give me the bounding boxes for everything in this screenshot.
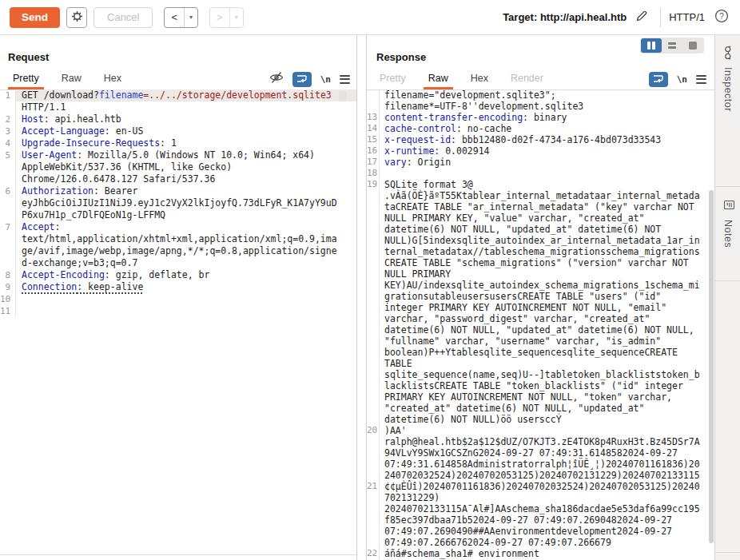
line-number: 8 [0,269,15,281]
line-number [367,459,379,470]
sidebar-tab-inspector[interactable]: Inspector [715,35,740,187]
sidebar-tab-notes[interactable]: Notes [715,187,740,281]
code-row: datetime(6) NOT NULL, "updated_at" datet… [367,324,714,336]
code-row: 18 [367,168,714,179]
tab-raw[interactable]: Raw [57,69,86,89]
code-row: datetime(6) NOT NULL, "updated_at" datet… [367,224,714,235]
line-number [367,302,379,313]
line-number: 20 [367,425,379,436]
code-row: 16x-runtime: 0.002914 [367,145,714,157]
line-number: 5 [0,149,15,161]
request-bottom-divider [0,554,356,555]
toolbar: Send Cancel < ▾ > ▾ Target: http://api.h… [0,0,740,35]
code-row: d-exchange;v=b3;q=0.7 [0,257,356,269]
code-row: f85ec397dbaa71b52024-09-27 07:49:07.2690… [367,514,714,526]
line-number [367,526,379,537]
line-number [367,224,379,235]
document-icon [720,200,735,210]
code-row: lacklistsCREATE TABLE "token_blacklists"… [367,380,714,391]
line-number [0,173,15,185]
request-menu-icon[interactable] [340,75,350,84]
cancel-button[interactable]: Cancel [93,7,153,28]
code-row: 94VLvY9SWx1GCSZnG2024-09-27 07:49:31.614… [367,447,714,459]
code-row: NULL)G[5indexsqlite_autoindex_ar_interna… [367,235,714,246]
code-row: 9Connection: keep-alive [0,281,356,293]
back-button[interactable]: < [165,8,184,27]
forward-button[interactable]: > [210,8,229,27]
line-number [367,268,379,280]
code-row: ralph@heal.htb$2a$12$dUZ/O7KJT3.zE4TOK8p… [367,436,714,447]
forward-dropdown[interactable]: ▾ [229,8,243,27]
send-settings-button[interactable] [66,7,87,28]
right-sidebar: Inspector Notes [714,35,740,560]
code-row: 22áñá#schema_sha1# environment [367,548,714,559]
tab-pretty: Pretty [375,69,411,89]
code-row: taCREATE TABLE "ar_internal_metadata" ("… [367,201,714,212]
request-scrollbar-thumb[interactable] [339,91,347,101]
code-row: PRIMARY KEY AUTOINCREMENT NOT NULL, "tok… [367,391,714,403]
code-row: 15x-request-id: bbb12480-d02f-4734-a176-… [367,134,714,145]
line-number [367,403,379,414]
request-tab-icons: \n [269,69,350,89]
code-row: sqlite_sequence(name,seq)U--]tabletoken_… [367,369,714,380]
single-view-icon[interactable] [682,38,703,53]
code-row: NULL PRIMARY [367,268,714,280]
tab-raw[interactable]: Raw [424,69,453,89]
code-row: 07:49:07.2690490##AAenvironmentdevelopme… [367,526,714,537]
line-number [367,514,379,526]
show-newlines-toggle[interactable]: \n [320,74,331,85]
request-title: Request [8,51,49,63]
code-row: 13content-transfer-encoding: binary [367,112,714,123]
line-number: 9 [0,281,15,293]
line-number [367,436,379,447]
code-row: 4Upgrade-Insecure-Requests: 1 [0,137,356,149]
response-scrollbar-thumb[interactable] [709,190,714,543]
rows-view-icon[interactable] [662,38,682,53]
line-number [367,447,379,459]
back-dropdown[interactable]: ▾ [184,8,197,27]
code-row: grationsutableusersusersCREATE TABLE "us… [367,291,714,302]
response-editor[interactable]: filename="development.sqlite3";filename*… [367,89,714,560]
response-tabbar: PrettyRawHexRender \n [367,69,714,90]
code-row: filename="development.sqlite3"; [367,89,714,101]
line-number [367,190,379,201]
word-wrap-toggle[interactable] [649,72,668,87]
line-number: 18 [367,168,379,179]
send-button[interactable]: Send [10,7,60,28]
line-number [0,257,15,269]
code-row: 17vary: Origin [367,157,714,168]
line-number [367,313,379,324]
response-title: Response [376,51,426,63]
request-panel: Request PrettyRawHex [0,35,357,560]
help-button[interactable]: ? [713,9,730,26]
tab-hex[interactable]: Hex [466,69,493,89]
line-number [367,347,379,358]
code-row: text/html,application/xhtml+xml,applicat… [0,233,356,245]
edit-target-button[interactable] [631,7,652,28]
line-number [367,470,379,481]
line-number: 21 [367,481,379,492]
columns-view-icon[interactable] [641,38,662,53]
code-row: "created_at" datetime(6) NOT NULL, "upda… [367,403,714,414]
notes-label: Notes [722,220,734,248]
tab-hex[interactable]: Hex [99,69,126,89]
code-row: boolean)P++Ytablesqlite_sequencesqlite_s… [367,347,714,358]
line-number [367,89,379,101]
request-editor[interactable]: 1GET /download?filename=../../storage/de… [0,89,356,560]
code-row: 07:49:31.614858Administratorralph¦îÜÊ¸¦)… [367,459,714,470]
tab-pretty[interactable]: Pretty [8,69,44,89]
response-menu-icon[interactable] [696,75,706,84]
code-row: 20)AA' [367,425,714,436]
line-number: 22 [367,548,379,559]
response-tab-icons: \n [649,69,706,89]
history-back-group: < ▾ [164,7,198,28]
show-newlines-toggle[interactable]: \n [677,74,687,85]
line-number [0,245,15,257]
code-row: 702131229) [367,492,714,503]
code-row: 19SQLite format 3@ [367,179,714,190]
line-number: 17 [367,157,379,168]
code-row: 3Accept-Language: en-US [0,125,356,137]
line-number: 19 [367,179,379,190]
word-wrap-toggle[interactable] [292,72,312,87]
eye-off-icon[interactable] [269,71,284,87]
